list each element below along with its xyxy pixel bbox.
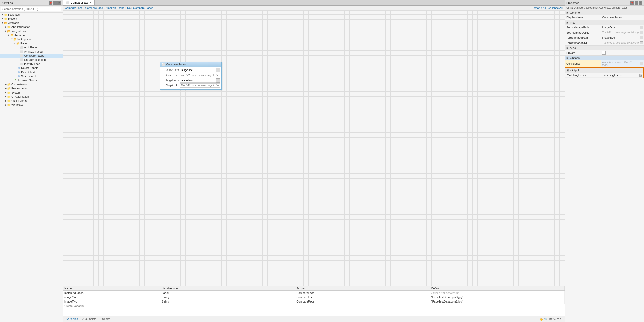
var1-scope[interactable]: CompareFace: [295, 291, 430, 295]
sidebar-item-identify-face[interactable]: ▶ ⬜ Identify Face: [0, 62, 63, 66]
tree-arrow-favorites: ▶: [1, 13, 4, 16]
var3-name[interactable]: imageTwo: [63, 299, 160, 304]
var1-name[interactable]: matchingFaces: [63, 291, 160, 295]
tree-item-orchestrator[interactable]: ▶ 📁 Orchestrator: [0, 82, 63, 86]
breadcrumb-item-3[interactable]: Amazon Scope: [106, 6, 125, 9]
var3-scope[interactable]: CompareFace: [295, 299, 430, 304]
footer-tab-imports[interactable]: Imports: [99, 317, 112, 321]
activity-icon-safe-search: ⊞: [17, 74, 20, 78]
scope-icon-amazon: A: [14, 78, 17, 82]
var1-type[interactable]: Face[]: [160, 291, 295, 295]
tree-item-face[interactable]: ▼ 📂 Face: [0, 41, 63, 45]
prop-btn-targetimageurl[interactable]: …: [640, 41, 643, 44]
footer-tab-variables[interactable]: Variables: [64, 317, 80, 321]
sidebar-item-safe-search[interactable]: ▶ ⊞ Safe Search: [0, 74, 63, 78]
canvas-content[interactable]: ⬜ Compare Faces Source Path … Source URL: [63, 11, 565, 286]
activity-icon-identify-face: ⬜: [20, 62, 24, 66]
breadcrumb-item-5[interactable]: Compare Faces: [133, 6, 153, 9]
activity-icon-compare-faces: ⬜: [20, 54, 24, 57]
var3-default[interactable]: "FaceTestData\ppm1.jpg": [430, 299, 565, 304]
prop-value-targetimageurl[interactable]: The URL of an image containing …: [601, 41, 644, 45]
tree-arrow-available: ▼: [1, 22, 4, 24]
tree-item-available[interactable]: ▼ 📂 Available: [0, 21, 63, 25]
tree-item-favorites[interactable]: ▶ 📁 Favorites: [0, 13, 63, 17]
var2-default[interactable]: "FaceTestData\ppm0.jpg": [430, 295, 565, 299]
sidebar-item-amazon-scope[interactable]: ▶ A Amazon Scope: [0, 78, 63, 82]
tab-compare-face[interactable]: ⬜ CompareFace ✕: [63, 0, 95, 5]
tree-item-workflow[interactable]: ▶ 📁 Workflow: [0, 103, 63, 107]
tree-item-amazon[interactable]: ▼ 📂 Amazon: [0, 33, 63, 37]
widget-row-source-path: Source Path …: [161, 68, 220, 72]
tree-item-system[interactable]: ▶ 📁 System: [0, 90, 63, 95]
hand-tool-icon[interactable]: 🖐: [539, 318, 543, 321]
prop-btn-targetimagepath[interactable]: …: [640, 36, 643, 39]
tabs-footer: Variables Arguments Imports 🖐 🔍 100% ⊡ ⛶: [63, 316, 565, 322]
prop-value-targetimagepath[interactable]: imageTwo …: [601, 36, 644, 40]
prop-value-sourceimageurl[interactable]: The URL of an image containing …: [601, 31, 644, 35]
tree-label-face: Face: [20, 42, 27, 45]
sidebar-item-detect-labels[interactable]: ▶ ⊞ Detect Labels: [0, 66, 63, 70]
tree-item-integrations[interactable]: ▼ 📂 Integrations: [0, 29, 63, 33]
widget-input-source-url[interactable]: [180, 73, 220, 77]
prop-btn-confidence[interactable]: …: [640, 62, 643, 65]
sidebar-item-add-faces[interactable]: ▶ ⬜ Add Faces: [0, 45, 63, 49]
collapse-all-link[interactable]: Collapse All: [548, 6, 563, 9]
tree-item-programming[interactable]: ▶ 📁 Programming: [0, 86, 63, 90]
prop-checkbox-private[interactable]: [602, 51, 606, 55]
properties-pin-icon[interactable]: 📌: [630, 1, 634, 5]
prop-value-sourceimagepath[interactable]: imageOne …: [601, 25, 644, 29]
breadcrumb-item-1[interactable]: CompareFace: [65, 6, 83, 9]
sidebar-item-detect-text[interactable]: ▶ ⊞ Detect Text: [0, 70, 63, 74]
prop-btn-sourceimagepath[interactable]: …: [640, 26, 643, 29]
sidebar-item-create-collection[interactable]: ▶ ⬜ Create Collection: [0, 58, 63, 62]
tree-item-ui-automation[interactable]: ▶ 📁 UI Automation: [0, 95, 63, 99]
folder-icon-orchestrator: 📁: [7, 83, 11, 86]
widget-input-target-path[interactable]: [180, 78, 216, 83]
fit-icon[interactable]: ⊡: [557, 318, 559, 321]
tree-item-rekognition[interactable]: ▼ 📂 Rekognition: [0, 37, 63, 41]
tree-label-rekognition: Rekognition: [17, 38, 32, 41]
sidebar-item-analyze-faces[interactable]: ▶ ⬜ Analyze Faces: [0, 49, 63, 54]
breadcrumb-item-2[interactable]: CompareFace: [85, 6, 103, 9]
var2-name[interactable]: imageOne: [63, 295, 160, 299]
prop-value-confidence[interactable]: A number between 0 and 1 repr... …: [601, 60, 644, 67]
tree-item-user-events[interactable]: ▶ 📁 User Events: [0, 99, 63, 103]
create-variable-link[interactable]: Create Variable: [63, 304, 565, 308]
widget-btn-source-path[interactable]: …: [216, 68, 220, 72]
breadcrumb-item-4[interactable]: Do: [127, 6, 131, 9]
var1-default[interactable]: Enter a VB expression: [430, 291, 565, 295]
tree-label-create-collection: Create Collection: [24, 58, 46, 61]
pin-icon[interactable]: 📌: [49, 1, 52, 5]
tab-close-compare-face[interactable]: ✕: [90, 1, 92, 4]
search-icon-footer[interactable]: 🔍: [544, 318, 548, 321]
prop-section-header-options[interactable]: ▣ Options: [565, 56, 644, 60]
sidebar-item-compare-faces[interactable]: ▶ ⬜ Compare Faces: [0, 54, 63, 58]
properties-window-icon[interactable]: ▪: [635, 1, 638, 5]
prop-value-private[interactable]: [601, 51, 644, 55]
prop-key-sourceimagepath: SourceImagePath: [565, 25, 601, 29]
search-input[interactable]: [1, 7, 61, 11]
breadcrumb-sep-2: ›: [104, 6, 105, 9]
widget-btn-target-path[interactable]: …: [216, 78, 220, 83]
properties-close-icon[interactable]: ✕: [639, 1, 642, 5]
expand-all-link[interactable]: Expand All: [533, 6, 546, 9]
var3-type[interactable]: String: [160, 299, 295, 304]
prop-btn-matchingfaces[interactable]: …: [639, 74, 642, 77]
footer-tab-arguments[interactable]: Arguments: [80, 317, 98, 321]
prop-value-matchingfaces[interactable]: matchingFaces …: [601, 73, 643, 77]
widget-input-source-path[interactable]: [180, 68, 216, 72]
var2-type[interactable]: String: [160, 295, 295, 299]
prop-section-header-misc[interactable]: ▣ Misc: [565, 46, 644, 50]
window-icon[interactable]: ▪: [53, 1, 57, 5]
var2-scope[interactable]: CompareFace: [295, 295, 430, 299]
prop-section-header-input[interactable]: ▣ Input: [565, 20, 644, 25]
tree-item-app-integration[interactable]: ▶ 📁 App Integration: [0, 25, 63, 29]
widget-input-target-url[interactable]: [180, 83, 220, 88]
prop-section-header-output[interactable]: ▣ Output: [565, 68, 643, 73]
expand-icon[interactable]: ⛶: [560, 318, 563, 321]
prop-btn-sourceimageurl[interactable]: …: [640, 31, 643, 34]
prop-value-displayname[interactable]: Compare Faces: [601, 15, 644, 19]
prop-section-header-common[interactable]: ▣ Common: [565, 10, 644, 15]
close-header-icon[interactable]: ✕: [57, 1, 61, 5]
tree-item-recent[interactable]: ▶ 📁 Recent: [0, 17, 63, 21]
